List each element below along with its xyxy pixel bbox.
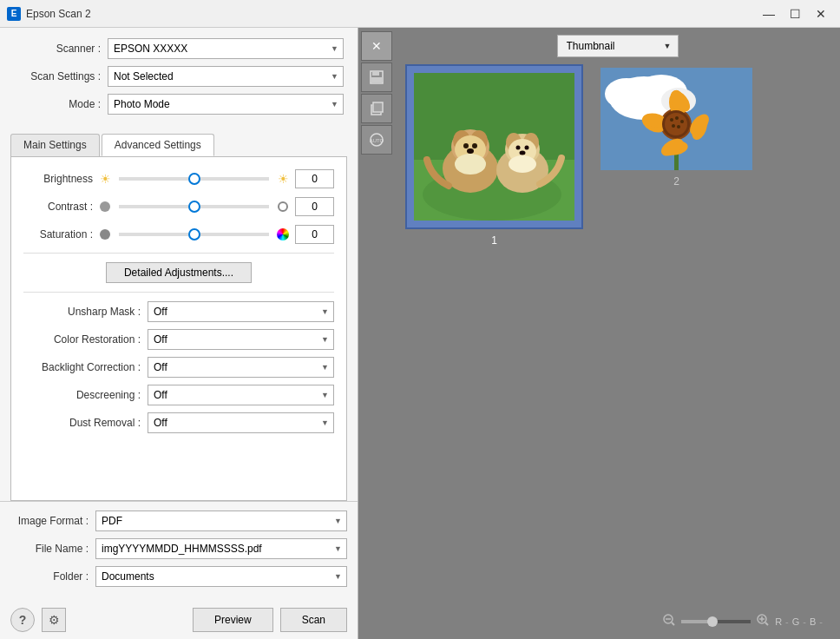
svg-point-19	[467, 148, 474, 154]
brightness-row: Brightness ☀ ☀ 0	[23, 169, 334, 188]
divider-1	[23, 253, 334, 254]
mode-select[interactable]: Photo Mode	[108, 94, 344, 115]
svg-point-32	[605, 78, 648, 109]
copy-tool-button[interactable]	[361, 94, 392, 123]
dust-removal-label: Dust Removal :	[23, 417, 141, 429]
svg-rect-4	[373, 102, 383, 112]
rgb-controls: R - G - B -	[775, 616, 823, 627]
svg-point-49	[680, 120, 684, 123]
svg-point-25	[509, 155, 536, 173]
backlight-correction-label: Backlight Correction :	[23, 361, 141, 373]
saturation-track	[119, 233, 269, 236]
r-label: R	[775, 616, 782, 627]
contrast-input[interactable]: 0	[295, 197, 334, 216]
svg-rect-2	[371, 77, 382, 82]
tabs: Main Settings Advanced Settings	[0, 128, 358, 156]
divider-2	[23, 292, 334, 293]
close-preview-button[interactable]: ✕	[361, 31, 392, 61]
folder-select-wrapper: Documents	[95, 566, 347, 587]
maximize-button[interactable]: ☐	[783, 4, 807, 23]
thumbnail-1[interactable]: 1	[405, 64, 583, 247]
dust-removal-select-wrapper: Off	[148, 412, 334, 433]
saturation-label: Saturation :	[23, 228, 93, 240]
minimize-button[interactable]: —	[757, 4, 781, 23]
tab-advanced-settings[interactable]: Advanced Settings	[102, 134, 214, 156]
svg-rect-1	[372, 71, 379, 76]
saturation-min-icon	[98, 227, 112, 241]
folder-row: Folder : Documents	[10, 566, 347, 587]
g-dash: -	[803, 616, 806, 627]
unsharp-mask-select[interactable]: Off	[148, 301, 334, 322]
svg-point-18	[472, 143, 477, 148]
r-dash: -	[785, 616, 789, 627]
copy-icon	[369, 101, 384, 116]
window-title: Epson Scan 2	[26, 8, 757, 20]
zoom-controls: R - G - B -	[395, 604, 840, 639]
file-name-select[interactable]: imgYYYYMMDD_HHMMSSSS.pdf	[95, 538, 347, 559]
zoom-plus-button[interactable]	[756, 613, 770, 630]
scan-settings-row: Scan Settings : Not Selected	[14, 66, 344, 87]
svg-point-27	[525, 146, 529, 150]
save-tool-button[interactable]	[361, 63, 392, 92]
brightness-max-icon: ☀	[276, 172, 290, 186]
thumbnail-2-image-container	[600, 68, 752, 170]
file-name-select-wrapper: imgYYYYMMDD_HHMMSSSS.pdf	[95, 538, 347, 559]
settings-button[interactable]: ⚙	[42, 608, 66, 632]
scanner-select[interactable]: EPSON XXXXX	[108, 38, 344, 59]
scanner-label: Scanner :	[14, 43, 101, 55]
auto-icon: AUTO	[369, 132, 384, 148]
tab-main-settings[interactable]: Main Settings	[10, 134, 100, 156]
right-panel: ✕ AUTO	[358, 28, 840, 639]
zoom-minus-button[interactable]	[662, 613, 676, 630]
descreening-select-wrapper: Off	[148, 385, 334, 405]
thumbnail-view-select[interactable]: Thumbnail	[557, 35, 679, 57]
zoom-out-icon	[662, 613, 676, 627]
save-icon	[369, 69, 384, 85]
main-layout: Scanner : EPSON XXXXX Scan Settings : No…	[0, 28, 840, 639]
scan-settings-label: Scan Settings :	[14, 70, 101, 82]
color-restoration-row: Color Restoration : Off	[23, 329, 334, 350]
title-bar: E Epson Scan 2 — ☐ ✕	[0, 0, 840, 28]
close-button[interactable]: ✕	[809, 4, 833, 23]
scan-settings-select[interactable]: Not Selected	[108, 66, 344, 87]
thumbnail-view-select-wrapper: Thumbnail	[557, 35, 679, 57]
auto-tool-button[interactable]: AUTO	[361, 125, 392, 155]
detailed-adjustments-button[interactable]: Detailed Adjustments....	[106, 262, 252, 283]
dust-removal-select[interactable]: Off	[148, 412, 334, 433]
mode-label: Mode :	[14, 98, 101, 110]
contrast-track	[119, 205, 269, 208]
contrast-min-icon	[98, 200, 112, 214]
image-format-select[interactable]: PDF	[95, 511, 347, 531]
thumbnail-2-label: 2	[673, 175, 679, 188]
svg-line-58	[765, 623, 768, 625]
thumbnails-area: 1	[395, 64, 840, 604]
preview-button[interactable]: Preview	[193, 608, 273, 632]
backlight-correction-select-wrapper: Off	[148, 357, 334, 378]
preview-scan-buttons: Preview Scan	[193, 608, 347, 632]
thumbnail-2[interactable]: 2	[600, 68, 752, 188]
b-dash: -	[819, 616, 823, 627]
dust-removal-row: Dust Removal : Off	[23, 412, 334, 433]
color-restoration-select[interactable]: Off	[148, 329, 334, 350]
unsharp-mask-label: Unsharp Mask :	[23, 306, 141, 318]
brightness-input[interactable]: 0	[295, 169, 334, 188]
brightness-min-icon: ☀	[98, 172, 112, 186]
saturation-input[interactable]: 0	[295, 225, 334, 244]
image-format-row: Image Format : PDF	[10, 511, 347, 531]
scan-button[interactable]: Scan	[280, 608, 347, 632]
saturation-max-icon	[276, 227, 290, 241]
backlight-correction-row: Backlight Correction : Off	[23, 357, 334, 378]
scan-settings-select-wrapper: Not Selected	[108, 66, 344, 87]
mode-select-wrapper: Photo Mode	[108, 94, 344, 115]
help-button[interactable]: ?	[10, 608, 35, 632]
scanner-select-wrapper: EPSON XXXXX	[108, 38, 344, 59]
svg-point-26	[516, 146, 521, 150]
svg-text:AUTO: AUTO	[370, 138, 384, 143]
descreening-label: Descreening :	[23, 389, 141, 401]
zoom-slider-track[interactable]	[681, 620, 751, 623]
file-name-row: File Name : imgYYYYMMDD_HHMMSSSS.pdf	[10, 538, 347, 559]
backlight-correction-select[interactable]: Off	[148, 357, 334, 378]
descreening-select[interactable]: Off	[148, 385, 334, 405]
dog-image	[414, 73, 574, 221]
folder-select[interactable]: Documents	[95, 566, 347, 587]
